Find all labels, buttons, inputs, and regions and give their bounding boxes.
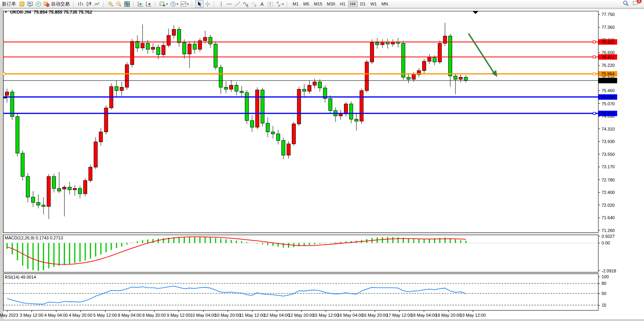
svg-text:E: E: [247, 5, 249, 7]
svg-text:15: 15: [602, 303, 606, 307]
cursor-icon[interactable]: [195, 0, 204, 8]
svg-text:72.780: 72.780: [602, 178, 615, 182]
text-icon[interactable]: A: [258, 0, 266, 8]
bar-chart-icon[interactable]: [77, 0, 85, 8]
new-order-button[interactable]: 新订单: [1, 1, 18, 7]
svg-text:2 May 2023: 2 May 2023: [0, 313, 18, 318]
timeframe-m15-button[interactable]: M15: [312, 1, 324, 7]
chart-title-ohlc: 75.854 75.855 75.735 75.762: [34, 10, 92, 14]
timeframe-d1-button[interactable]: D1: [358, 1, 368, 7]
arrows-icon-dropdown[interactable]: ▾: [282, 2, 284, 6]
svg-text:73.930: 73.930: [602, 139, 615, 144]
horizontal-line-icon[interactable]: [225, 0, 233, 8]
svg-text:4 May 04:00: 4 May 04:00: [44, 313, 68, 318]
indicators-icon-dropdown[interactable]: ▾: [187, 2, 189, 6]
timeframe-m5-button[interactable]: M5: [301, 1, 311, 7]
svg-text:73.550: 73.550: [602, 152, 615, 157]
svg-text:76.922: 76.922: [601, 40, 614, 44]
price-chart[interactable]: 77.75077.36076.98076.60076.22075.84075.4…: [0, 0, 644, 321]
svg-text:8 May 20:00: 8 May 20:00: [142, 313, 166, 318]
timeframe-m1-button[interactable]: M1: [291, 1, 300, 7]
toolbar-separator: [214, 1, 216, 7]
vertical-line-icon[interactable]: [217, 0, 225, 8]
svg-text:75.460: 75.460: [602, 88, 615, 93]
svg-text:15 May 12:00: 15 May 12:00: [313, 313, 339, 318]
svg-text:-2.0918: -2.0918: [602, 269, 616, 273]
indicators-icon[interactable]: [179, 0, 188, 8]
line-handle[interactable]: [3, 73, 5, 75]
autotrade-icon[interactable]: [42, 0, 51, 8]
toolbar-separator: [133, 1, 135, 7]
toolbar-right: 1: [623, 0, 643, 8]
new-chart-icon[interactable]: [158, 0, 167, 8]
svg-text:77.750: 77.750: [602, 12, 615, 17]
timeframe-mn-button[interactable]: MN: [379, 1, 390, 7]
chat-icon[interactable]: 1: [632, 0, 639, 8]
toolbar: 新订单自动交易▾▾▾EFAT▾M1M5M15M30H1H4D1W1MN1: [0, 0, 644, 8]
zoom-out-icon[interactable]: [115, 0, 123, 8]
toolbar-separator: [192, 1, 194, 7]
svg-text:18 May 04:00: 18 May 04:00: [411, 313, 437, 318]
terminal-icon[interactable]: [26, 0, 34, 8]
line-handle[interactable]: [593, 56, 595, 58]
svg-text:5 May 12:00: 5 May 12:00: [93, 313, 117, 318]
chart-panels: [3, 11, 598, 310]
svg-text:10 May 04:00: 10 May 04:00: [190, 313, 216, 318]
timeframe-h1-button[interactable]: H1: [338, 1, 347, 7]
line-handle[interactable]: [593, 73, 595, 75]
toolbar-separator: [73, 1, 75, 7]
svg-text:16 May 04:00: 16 May 04:00: [337, 313, 363, 318]
svg-text:77.360: 77.360: [602, 25, 615, 30]
notification-badge: 1: [637, 0, 642, 3]
profiles-clock-icon-dropdown[interactable]: ▾: [177, 2, 178, 6]
svg-text:8 May 04:00: 8 May 04:00: [118, 313, 142, 318]
timeframe-w1-button[interactable]: W1: [369, 1, 379, 7]
line-handle[interactable]: [593, 41, 595, 43]
svg-text:12 May 20:00: 12 May 20:00: [288, 313, 314, 318]
autotrade-icon-label[interactable]: 自动交易: [51, 1, 70, 7]
svg-text:76.220: 76.220: [602, 63, 615, 68]
svg-text:A: A: [260, 2, 264, 7]
search-icon[interactable]: [623, 0, 629, 8]
arrows-icon[interactable]: [274, 0, 283, 8]
macd-indicator-label: MACD(12,26,9) 0.1743 0.2713: [5, 236, 63, 240]
svg-text:75.268: 75.268: [601, 95, 614, 99]
chart-title-bar: ▼ UKOil-,H4 75.854 75.855 75.735 75.762: [4, 10, 92, 14]
svg-text:19 May 12:00: 19 May 12:00: [460, 313, 486, 318]
timeframe-h4-button[interactable]: H4: [348, 1, 358, 7]
zoom-in-icon[interactable]: [107, 0, 115, 8]
candlestick-icon[interactable]: [85, 0, 93, 8]
svg-text:11 May 12:00: 11 May 12:00: [239, 313, 265, 318]
trendline-icon[interactable]: [233, 0, 242, 8]
auto-scroll-icon[interactable]: [137, 0, 145, 8]
toolbar-separator: [287, 1, 289, 7]
svg-text:T: T: [269, 2, 272, 6]
tile-windows-icon[interactable]: [123, 0, 131, 8]
svg-text:16 May 20:00: 16 May 20:00: [362, 313, 388, 318]
text-label-icon[interactable]: T: [266, 0, 274, 8]
fibonacci-icon[interactable]: F: [250, 0, 258, 8]
equidistant-channel-icon[interactable]: E: [242, 0, 250, 8]
chart-shift-icon[interactable]: [145, 0, 153, 8]
svg-text:72.020: 72.020: [602, 203, 615, 208]
line-chart-icon[interactable]: [93, 0, 101, 8]
svg-text:50: 50: [602, 291, 606, 296]
collapse-triangle-icon[interactable]: ▼: [4, 10, 7, 14]
svg-text:75.070: 75.070: [602, 101, 615, 106]
svg-text:17 May 12:00: 17 May 12:00: [386, 313, 412, 318]
svg-text:72.400: 72.400: [602, 190, 615, 195]
svg-text:4 May 20:00: 4 May 20:00: [69, 313, 93, 318]
svg-text:9 May 12:00: 9 May 12:00: [167, 313, 191, 318]
new-chart-icon-dropdown[interactable]: ▾: [166, 2, 168, 6]
svg-text:100: 100: [602, 274, 609, 279]
crosshair-icon[interactable]: [204, 0, 212, 8]
timeframe-m30-button[interactable]: M30: [325, 1, 337, 7]
note-icon[interactable]: [18, 0, 26, 8]
sound-icon[interactable]: [34, 0, 42, 8]
line-handle[interactable]: [593, 112, 595, 115]
profiles-clock-icon[interactable]: [169, 0, 177, 8]
svg-text:0.00: 0.00: [602, 241, 610, 245]
svg-text:74.310: 74.310: [602, 127, 615, 131]
svg-text:75.762: 75.762: [601, 78, 614, 83]
svg-text:71.260: 71.260: [602, 228, 615, 233]
